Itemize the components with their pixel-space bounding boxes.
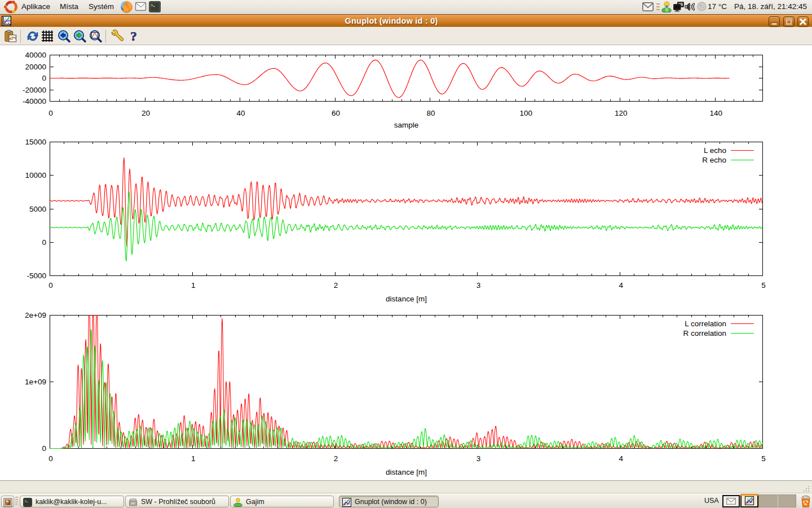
svg-text:15000: 15000 [25, 138, 46, 146]
svg-text:40: 40 [237, 109, 245, 117]
svg-text:-20000: -20000 [23, 86, 46, 94]
svg-text:1: 1 [191, 454, 196, 463]
svg-text:3: 3 [476, 454, 481, 463]
svg-text:0: 0 [48, 454, 53, 463]
svg-text:2: 2 [334, 281, 338, 290]
svg-text:0: 0 [42, 238, 46, 247]
svg-text:5000: 5000 [29, 205, 46, 213]
svg-text:140: 140 [709, 109, 722, 117]
svg-text:4: 4 [619, 454, 623, 463]
svg-text:?: ? [130, 29, 137, 43]
svg-text:0: 0 [48, 281, 53, 290]
svg-text:10000: 10000 [25, 171, 46, 179]
svg-text:5: 5 [761, 281, 766, 290]
svg-text:20: 20 [142, 109, 150, 117]
svg-text:0: 0 [48, 109, 53, 117]
svg-text:3: 3 [476, 281, 481, 290]
svg-text:distance [m]: distance [m] [386, 295, 427, 303]
svg-text:4: 4 [619, 281, 623, 290]
svg-text:0: 0 [42, 444, 46, 453]
svg-text:120: 120 [615, 109, 628, 117]
svg-text:1e+09: 1e+09 [25, 378, 46, 386]
svg-text:2e+09: 2e+09 [25, 311, 46, 319]
svg-text:40000: 40000 [25, 51, 46, 59]
svg-text:2: 2 [334, 454, 338, 463]
svg-text:20000: 20000 [25, 63, 46, 71]
svg-text:5: 5 [761, 454, 766, 463]
svg-text:1: 1 [191, 281, 196, 290]
svg-text:R echo: R echo [702, 156, 726, 164]
svg-text:-5000: -5000 [27, 271, 46, 280]
svg-text:R correlation: R correlation [683, 329, 726, 338]
svg-text:100: 100 [519, 109, 532, 117]
svg-text:60: 60 [332, 109, 340, 117]
svg-text:-40000: -40000 [23, 97, 46, 106]
svg-text:L echo: L echo [704, 146, 726, 155]
svg-text:0: 0 [42, 74, 46, 82]
svg-text:80: 80 [427, 109, 435, 117]
svg-text:sample: sample [394, 121, 419, 129]
svg-text:L correlation: L correlation [685, 319, 726, 328]
svg-text:distance [m]: distance [m] [386, 468, 427, 476]
